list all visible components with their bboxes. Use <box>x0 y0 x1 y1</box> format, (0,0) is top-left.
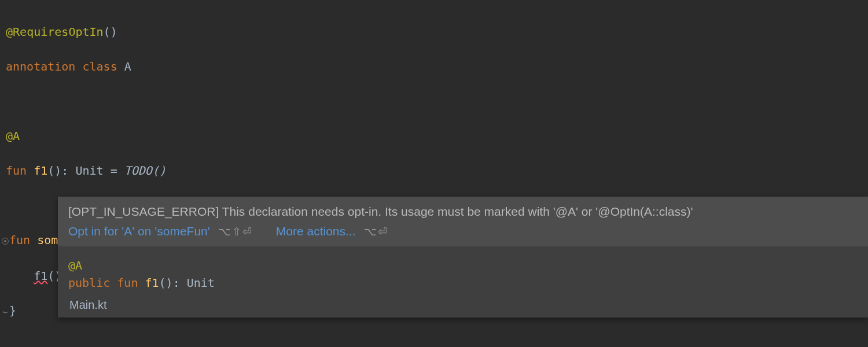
more-actions[interactable]: More actions... ⌥⏎ <box>276 224 388 238</box>
function-name: f1 <box>145 276 159 290</box>
inspection-message: [OPT_IN_USAGE_ERROR] This declaration ne… <box>58 197 868 224</box>
code-line[interactable]: @A <box>6 127 868 145</box>
paren: () <box>104 25 117 39</box>
keyword: fun <box>117 276 138 290</box>
brace: } <box>9 304 16 318</box>
annotation: @RequiresOptIn <box>6 25 104 39</box>
shortcut-label: ⌥⇧⏎ <box>218 225 253 238</box>
signature: (): Unit = <box>47 164 124 178</box>
code-line[interactable] <box>6 93 868 110</box>
keyword: public <box>68 276 110 290</box>
annotation: @A <box>6 129 20 143</box>
code-line[interactable]: fun f1(): Unit = TODO() <box>6 162 868 179</box>
more-actions-link[interactable]: More actions... <box>276 224 356 238</box>
function-name: f1 <box>34 164 47 178</box>
quick-doc: @A public fun f1(): Unit <box>58 246 868 298</box>
signature: (): Unit <box>159 276 215 290</box>
code-line[interactable]: @RequiresOptIn() <box>6 23 868 40</box>
keyword: annotation <box>6 60 75 73</box>
gutter-run-icon[interactable]: ⦿ <box>1 232 9 250</box>
error-highlight[interactable]: f1 <box>34 269 47 283</box>
quickfix-link[interactable]: Opt in for 'A' on 'someFun' <box>68 224 210 238</box>
code-line[interactable]: annotation class A <box>6 58 868 75</box>
keyword: fun <box>6 164 27 178</box>
quickfix-action[interactable]: Opt in for 'A' on 'someFun' ⌥⇧⏎ <box>68 224 253 238</box>
todo-call: TODO() <box>124 164 166 178</box>
popup-actions-row: Opt in for 'A' on 'someFun' ⌥⇧⏎ More act… <box>58 224 868 246</box>
keyword: fun <box>9 233 30 247</box>
class-name: A <box>124 60 131 73</box>
intention-popup: [OPT_IN_USAGE_ERROR] This declaration ne… <box>58 197 868 318</box>
gutter-fold-icon[interactable]: ⌙ <box>1 303 9 320</box>
keyword: class <box>82 60 117 73</box>
annotation: @A <box>68 259 82 272</box>
shortcut-label: ⌥⏎ <box>364 225 388 238</box>
quick-doc-file: Main.kt <box>58 298 868 318</box>
